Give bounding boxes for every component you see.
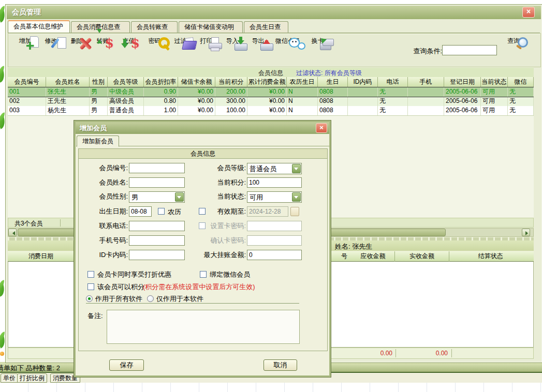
discount-checkbox[interactable] (87, 271, 94, 278)
column-header[interactable]: 会员姓名 (46, 77, 90, 87)
toolbar-button-import[interactable]: 导入 (219, 35, 245, 46)
toolbar-button-delete[interactable]: 删除 (64, 35, 90, 46)
toolbar-button-print[interactable]: 打印 (194, 35, 219, 46)
cell[interactable]: 杨先生 (46, 106, 90, 115)
date-picker-button[interactable] (290, 207, 299, 216)
chevron-down-icon[interactable] (175, 192, 184, 202)
cell[interactable]: 0.80 (144, 97, 178, 106)
cell[interactable]: ¥0.00 (247, 106, 287, 115)
toolbar-button-add[interactable]: 增加 (12, 35, 38, 46)
cell[interactable]: 男 (90, 87, 108, 97)
cell[interactable]: 0.90 (144, 87, 178, 97)
apply-all-software-radio[interactable] (86, 295, 93, 302)
column-header[interactable]: 电话 (378, 77, 408, 87)
cell[interactable]: 普通会员 (108, 106, 144, 115)
cell[interactable]: 男 (90, 97, 108, 106)
cell[interactable]: 1.00 (144, 106, 178, 115)
toolbar-button-password[interactable]: 密码 (142, 35, 167, 46)
remark-textarea[interactable] (107, 310, 300, 344)
column-received[interactable]: 实收金额 (395, 251, 449, 262)
cell[interactable]: 张先生 (46, 87, 90, 97)
chevron-down-icon[interactable] (292, 164, 301, 173)
member-no-input[interactable] (129, 163, 185, 173)
column-header[interactable]: 当前积分 (215, 77, 247, 87)
cell[interactable]: 可用 (481, 106, 508, 115)
lunar-checkbox[interactable] (158, 208, 165, 215)
cell[interactable] (408, 87, 444, 97)
cell[interactable]: ¥0.00 (178, 87, 215, 97)
column-header[interactable]: 会员等级 (108, 77, 144, 87)
tab-member-transfer-query[interactable]: 会员转账查询 (131, 21, 178, 33)
toolbar-button-change-card[interactable]: 换卡 (305, 35, 330, 46)
cell[interactable]: 200.00 (215, 87, 247, 97)
cell[interactable]: 100.00 (215, 106, 247, 115)
tab-stored-card-detail[interactable]: 储值卡储值变动明细 (179, 21, 243, 33)
window-titlebar[interactable]: 会员管理 (7, 6, 541, 19)
cell[interactable]: 王先生 (46, 97, 90, 106)
dialog-close-button[interactable]: × (316, 123, 327, 133)
cell[interactable]: 0808 (318, 97, 348, 106)
cell[interactable]: 无 (508, 87, 534, 97)
cell[interactable]: ¥0.00 (247, 87, 287, 97)
search-button[interactable]: 查询 (503, 36, 524, 46)
scroll-right-arrow[interactable] (522, 229, 530, 236)
set-password-input[interactable] (247, 221, 302, 231)
cell[interactable] (348, 87, 378, 97)
cell[interactable]: ¥0.00 (178, 106, 215, 115)
column-receivable[interactable]: 应收金额 (351, 251, 395, 262)
column-header[interactable]: 微信 (508, 77, 534, 87)
cell[interactable]: 无 (378, 97, 408, 106)
cell[interactable]: 0808 (318, 87, 348, 97)
tab-discount-ratio[interactable]: 打折比例 (17, 373, 47, 383)
cell[interactable]: ¥0.00 (247, 97, 287, 106)
toolbar-button-recharge[interactable]: 充值 (116, 35, 141, 46)
column-header[interactable]: 农历生日 (287, 77, 318, 87)
cell[interactable]: 001 (8, 87, 46, 97)
cell[interactable]: 无 (378, 106, 408, 115)
filter-status-text[interactable]: 过滤状态: 所有会员等级 (296, 69, 362, 78)
allow-points-checkbox[interactable] (87, 283, 94, 290)
bind-wechat-checkbox[interactable] (200, 271, 207, 278)
tab-member-birthday-query[interactable]: 会员生日查询 (244, 21, 288, 33)
column-header[interactable]: 当前状态 (481, 77, 508, 87)
cell[interactable]: 003 (8, 106, 46, 115)
dialog-titlebar[interactable]: 增加会员 (76, 122, 329, 134)
cell[interactable]: 可用 (481, 87, 508, 97)
toolbar-button-edit[interactable]: 修改 (38, 35, 64, 46)
column-header[interactable]: 登记日期 (444, 77, 481, 87)
column-header[interactable]: 储值卡余额 (178, 77, 215, 87)
cell[interactable]: 无 (508, 97, 534, 106)
apply-this-software-radio[interactable] (147, 295, 154, 302)
cell[interactable]: 无 (508, 106, 534, 115)
table-row[interactable]: 001张先生男中级会员0.90¥0.00200.00¥0.00N0808无200… (8, 87, 534, 97)
status-select[interactable]: 可用 (247, 191, 302, 203)
cancel-button[interactable]: 取消 (263, 359, 297, 371)
cell[interactable]: 002 (8, 97, 46, 106)
toolbar-button-filter[interactable]: 过滤 (168, 35, 193, 46)
member-name-input[interactable] (129, 177, 185, 188)
mobile-input[interactable] (129, 235, 185, 246)
cell[interactable]: 2005-06-06 (444, 97, 481, 106)
birth-date-input[interactable] (129, 206, 152, 217)
cell[interactable]: ¥0.00 (178, 97, 215, 106)
column-header[interactable]: 累计消费金额 (247, 77, 287, 87)
scroll-left-arrow[interactable] (8, 229, 17, 236)
max-credit-input[interactable] (247, 250, 302, 260)
cell[interactable]: 0808 (318, 106, 348, 115)
level-select[interactable]: 普通会员 (247, 163, 302, 174)
cell[interactable]: 300.00 (215, 97, 247, 106)
cell[interactable] (348, 97, 378, 106)
column-header[interactable]: 性别 (90, 77, 108, 87)
column-header[interactable]: 会员编号 (8, 77, 46, 87)
id-card-input[interactable] (129, 250, 185, 260)
cell[interactable]: 2005-06-06 (444, 106, 481, 115)
cell[interactable]: 中级会员 (108, 87, 144, 97)
points-input[interactable] (247, 177, 302, 188)
window-close-button[interactable]: × (522, 7, 535, 18)
cell[interactable]: N (287, 97, 318, 106)
cell[interactable]: 可用 (481, 97, 508, 106)
gender-select[interactable]: 男 (129, 191, 185, 203)
save-button[interactable]: 保存 (109, 359, 144, 371)
cell[interactable] (408, 106, 444, 115)
column-consume-date[interactable]: 消费日期 (8, 251, 75, 262)
